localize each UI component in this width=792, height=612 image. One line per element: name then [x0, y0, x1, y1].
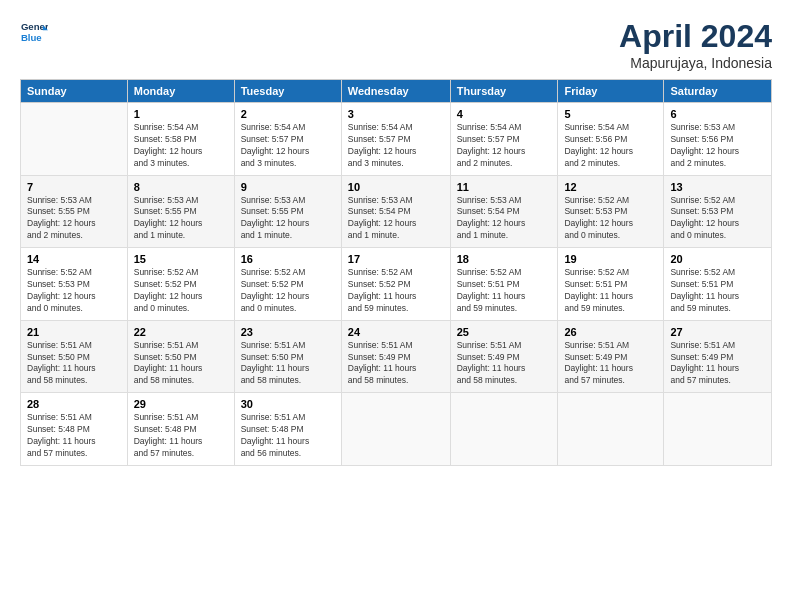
day-info: Sunrise: 5:53 AM Sunset: 5:54 PM Dayligh… — [457, 195, 552, 243]
day-number: 11 — [457, 181, 552, 193]
column-header-friday: Friday — [558, 80, 664, 103]
calendar-cell: 17Sunrise: 5:52 AM Sunset: 5:52 PM Dayli… — [341, 248, 450, 321]
day-info: Sunrise: 5:51 AM Sunset: 5:50 PM Dayligh… — [241, 340, 335, 388]
calendar-week-5: 28Sunrise: 5:51 AM Sunset: 5:48 PM Dayli… — [21, 393, 772, 466]
calendar-cell: 25Sunrise: 5:51 AM Sunset: 5:49 PM Dayli… — [450, 320, 558, 393]
day-number: 21 — [27, 326, 121, 338]
day-info: Sunrise: 5:52 AM Sunset: 5:53 PM Dayligh… — [27, 267, 121, 315]
day-number: 10 — [348, 181, 444, 193]
column-header-thursday: Thursday — [450, 80, 558, 103]
column-header-wednesday: Wednesday — [341, 80, 450, 103]
day-info: Sunrise: 5:51 AM Sunset: 5:50 PM Dayligh… — [134, 340, 228, 388]
calendar-cell: 11Sunrise: 5:53 AM Sunset: 5:54 PM Dayli… — [450, 175, 558, 248]
calendar-cell: 1Sunrise: 5:54 AM Sunset: 5:58 PM Daylig… — [127, 103, 234, 176]
calendar-cell: 19Sunrise: 5:52 AM Sunset: 5:51 PM Dayli… — [558, 248, 664, 321]
main-container: General Blue April 2024 Mapurujaya, Indo… — [0, 0, 792, 476]
main-title: April 2024 — [619, 18, 772, 55]
day-number: 7 — [27, 181, 121, 193]
calendar-header-row: SundayMondayTuesdayWednesdayThursdayFrid… — [21, 80, 772, 103]
column-header-tuesday: Tuesday — [234, 80, 341, 103]
calendar-cell — [341, 393, 450, 466]
day-number: 4 — [457, 108, 552, 120]
calendar-week-1: 1Sunrise: 5:54 AM Sunset: 5:58 PM Daylig… — [21, 103, 772, 176]
calendar-cell: 8Sunrise: 5:53 AM Sunset: 5:55 PM Daylig… — [127, 175, 234, 248]
day-info: Sunrise: 5:52 AM Sunset: 5:51 PM Dayligh… — [564, 267, 657, 315]
day-number: 5 — [564, 108, 657, 120]
calendar-week-2: 7Sunrise: 5:53 AM Sunset: 5:55 PM Daylig… — [21, 175, 772, 248]
day-number: 18 — [457, 253, 552, 265]
day-info: Sunrise: 5:51 AM Sunset: 5:49 PM Dayligh… — [564, 340, 657, 388]
day-number: 14 — [27, 253, 121, 265]
calendar-cell: 9Sunrise: 5:53 AM Sunset: 5:55 PM Daylig… — [234, 175, 341, 248]
calendar-table: SundayMondayTuesdayWednesdayThursdayFrid… — [20, 79, 772, 466]
day-number: 28 — [27, 398, 121, 410]
calendar-cell: 18Sunrise: 5:52 AM Sunset: 5:51 PM Dayli… — [450, 248, 558, 321]
calendar-cell: 16Sunrise: 5:52 AM Sunset: 5:52 PM Dayli… — [234, 248, 341, 321]
day-info: Sunrise: 5:52 AM Sunset: 5:53 PM Dayligh… — [564, 195, 657, 243]
day-number: 15 — [134, 253, 228, 265]
calendar-cell — [664, 393, 772, 466]
day-number: 19 — [564, 253, 657, 265]
calendar-cell: 26Sunrise: 5:51 AM Sunset: 5:49 PM Dayli… — [558, 320, 664, 393]
day-info: Sunrise: 5:52 AM Sunset: 5:53 PM Dayligh… — [670, 195, 765, 243]
day-number: 6 — [670, 108, 765, 120]
day-number: 1 — [134, 108, 228, 120]
calendar-cell: 21Sunrise: 5:51 AM Sunset: 5:50 PM Dayli… — [21, 320, 128, 393]
day-number: 29 — [134, 398, 228, 410]
day-number: 3 — [348, 108, 444, 120]
day-number: 8 — [134, 181, 228, 193]
calendar-cell: 6Sunrise: 5:53 AM Sunset: 5:56 PM Daylig… — [664, 103, 772, 176]
calendar-cell — [450, 393, 558, 466]
day-info: Sunrise: 5:54 AM Sunset: 5:57 PM Dayligh… — [241, 122, 335, 170]
day-number: 17 — [348, 253, 444, 265]
day-info: Sunrise: 5:53 AM Sunset: 5:54 PM Dayligh… — [348, 195, 444, 243]
day-info: Sunrise: 5:54 AM Sunset: 5:56 PM Dayligh… — [564, 122, 657, 170]
calendar-week-4: 21Sunrise: 5:51 AM Sunset: 5:50 PM Dayli… — [21, 320, 772, 393]
day-info: Sunrise: 5:52 AM Sunset: 5:51 PM Dayligh… — [670, 267, 765, 315]
day-info: Sunrise: 5:51 AM Sunset: 5:48 PM Dayligh… — [27, 412, 121, 460]
calendar-cell: 30Sunrise: 5:51 AM Sunset: 5:48 PM Dayli… — [234, 393, 341, 466]
calendar-cell: 24Sunrise: 5:51 AM Sunset: 5:49 PM Dayli… — [341, 320, 450, 393]
column-header-sunday: Sunday — [21, 80, 128, 103]
day-number: 24 — [348, 326, 444, 338]
day-info: Sunrise: 5:53 AM Sunset: 5:55 PM Dayligh… — [241, 195, 335, 243]
day-info: Sunrise: 5:51 AM Sunset: 5:49 PM Dayligh… — [348, 340, 444, 388]
day-info: Sunrise: 5:51 AM Sunset: 5:49 PM Dayligh… — [457, 340, 552, 388]
calendar-cell: 13Sunrise: 5:52 AM Sunset: 5:53 PM Dayli… — [664, 175, 772, 248]
day-number: 13 — [670, 181, 765, 193]
calendar-cell: 28Sunrise: 5:51 AM Sunset: 5:48 PM Dayli… — [21, 393, 128, 466]
calendar-cell: 7Sunrise: 5:53 AM Sunset: 5:55 PM Daylig… — [21, 175, 128, 248]
day-info: Sunrise: 5:51 AM Sunset: 5:48 PM Dayligh… — [134, 412, 228, 460]
calendar-cell — [21, 103, 128, 176]
calendar-cell: 14Sunrise: 5:52 AM Sunset: 5:53 PM Dayli… — [21, 248, 128, 321]
calendar-cell: 5Sunrise: 5:54 AM Sunset: 5:56 PM Daylig… — [558, 103, 664, 176]
calendar-cell: 29Sunrise: 5:51 AM Sunset: 5:48 PM Dayli… — [127, 393, 234, 466]
day-info: Sunrise: 5:52 AM Sunset: 5:52 PM Dayligh… — [348, 267, 444, 315]
calendar-cell: 3Sunrise: 5:54 AM Sunset: 5:57 PM Daylig… — [341, 103, 450, 176]
calendar-cell: 12Sunrise: 5:52 AM Sunset: 5:53 PM Dayli… — [558, 175, 664, 248]
day-info: Sunrise: 5:53 AM Sunset: 5:55 PM Dayligh… — [27, 195, 121, 243]
calendar-cell: 27Sunrise: 5:51 AM Sunset: 5:49 PM Dayli… — [664, 320, 772, 393]
calendar-cell — [558, 393, 664, 466]
column-header-monday: Monday — [127, 80, 234, 103]
title-block: April 2024 Mapurujaya, Indonesia — [619, 18, 772, 71]
header-row: General Blue April 2024 Mapurujaya, Indo… — [20, 18, 772, 71]
day-info: Sunrise: 5:51 AM Sunset: 5:50 PM Dayligh… — [27, 340, 121, 388]
day-info: Sunrise: 5:51 AM Sunset: 5:49 PM Dayligh… — [670, 340, 765, 388]
day-info: Sunrise: 5:52 AM Sunset: 5:52 PM Dayligh… — [134, 267, 228, 315]
day-number: 26 — [564, 326, 657, 338]
logo-icon: General Blue — [20, 18, 48, 46]
day-info: Sunrise: 5:54 AM Sunset: 5:57 PM Dayligh… — [348, 122, 444, 170]
calendar-cell: 20Sunrise: 5:52 AM Sunset: 5:51 PM Dayli… — [664, 248, 772, 321]
calendar-cell: 10Sunrise: 5:53 AM Sunset: 5:54 PM Dayli… — [341, 175, 450, 248]
svg-text:Blue: Blue — [21, 32, 42, 43]
day-info: Sunrise: 5:52 AM Sunset: 5:52 PM Dayligh… — [241, 267, 335, 315]
day-info: Sunrise: 5:54 AM Sunset: 5:57 PM Dayligh… — [457, 122, 552, 170]
calendar-week-3: 14Sunrise: 5:52 AM Sunset: 5:53 PM Dayli… — [21, 248, 772, 321]
calendar-cell: 15Sunrise: 5:52 AM Sunset: 5:52 PM Dayli… — [127, 248, 234, 321]
subtitle: Mapurujaya, Indonesia — [619, 55, 772, 71]
day-number: 20 — [670, 253, 765, 265]
day-number: 2 — [241, 108, 335, 120]
day-info: Sunrise: 5:53 AM Sunset: 5:56 PM Dayligh… — [670, 122, 765, 170]
calendar-cell: 2Sunrise: 5:54 AM Sunset: 5:57 PM Daylig… — [234, 103, 341, 176]
